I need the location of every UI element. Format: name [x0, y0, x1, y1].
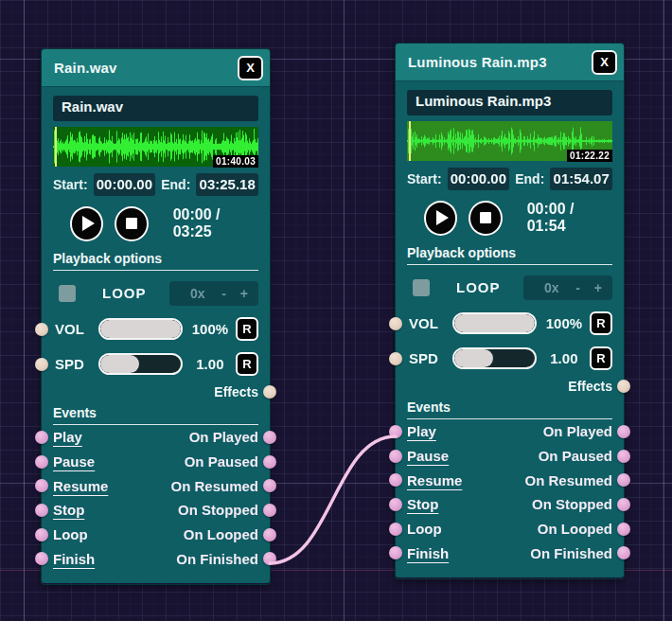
event-trigger-stop[interactable]: Stop — [407, 496, 438, 512]
time-display: 00:00 / 03:25 — [173, 206, 258, 240]
node-header[interactable]: Luminous Rain.mp3 X — [396, 44, 624, 81]
end-label: End: — [161, 177, 190, 192]
connection-wire-on-finished-to-play[interactable] — [270, 436, 396, 563]
events-heading: Events — [407, 399, 612, 415]
stop-button[interactable] — [469, 201, 502, 236]
event-output-port-on-finished[interactable] — [617, 546, 630, 559]
event-input-port-loop[interactable] — [35, 528, 48, 541]
event-output-port-on-looped[interactable] — [617, 523, 630, 536]
event-trigger-finish[interactable]: Finish — [407, 545, 449, 561]
loop-checkbox[interactable] — [59, 285, 76, 302]
event-output-port-on-played[interactable] — [617, 425, 630, 438]
close-button[interactable]: X — [592, 50, 617, 75]
event-output-label-on-played: On Played — [543, 423, 612, 439]
event-output-port-on-resumed[interactable] — [263, 479, 276, 492]
loop-checkbox[interactable] — [413, 279, 430, 296]
event-input-port-finish[interactable] — [389, 546, 402, 559]
event-input-port-play[interactable] — [35, 431, 48, 444]
close-button[interactable]: X — [238, 56, 263, 80]
event-trigger-finish[interactable]: Finish — [53, 551, 95, 567]
event-output-port-on-paused[interactable] — [617, 450, 630, 463]
speed-reset-button[interactable]: R — [236, 352, 258, 376]
event-output-label-on-stopped: On Stopped — [178, 502, 258, 518]
loop-increment-button[interactable]: + — [240, 286, 248, 301]
loop-decrement-button[interactable]: - — [575, 280, 580, 295]
stop-button[interactable] — [115, 206, 148, 241]
node-header[interactable]: Rain.wav X — [42, 49, 270, 87]
speed-input-port[interactable] — [35, 358, 48, 371]
speed-value: 1.00 — [540, 350, 588, 366]
event-input-port-loop[interactable] — [389, 523, 402, 536]
play-button[interactable] — [70, 206, 103, 241]
playhead-marker — [55, 127, 57, 167]
event-output-port-on-stopped[interactable] — [263, 504, 276, 517]
event-output-port-on-finished[interactable] — [263, 552, 276, 565]
waveform-position-badge: 01:40.03 — [213, 155, 258, 168]
event-output-port-on-stopped[interactable] — [617, 498, 630, 511]
audio-node-rain-wav: Rain.wav X Rain.wav 01:40.03 Start: 00:0… — [42, 49, 270, 584]
grid-major-line — [344, 0, 345, 621]
event-input-port-finish[interactable] — [35, 552, 48, 565]
event-output-label-on-paused: On Paused — [185, 453, 258, 470]
loop-counter: 0x - + — [169, 281, 258, 306]
start-time-field[interactable]: 00:00.00 — [448, 168, 510, 190]
volume-input-port[interactable] — [389, 317, 402, 330]
event-input-port-resume[interactable] — [389, 473, 402, 487]
event-output-label-on-paused: On Paused — [539, 448, 612, 464]
start-label: Start: — [407, 171, 442, 186]
end-time-field[interactable]: 03:25.18 — [196, 173, 258, 196]
speed-reset-button[interactable]: R — [590, 346, 612, 370]
event-input-port-stop[interactable] — [35, 504, 48, 517]
event-output-port-on-looped[interactable] — [263, 528, 276, 541]
event-output-label-on-finished: On Finished — [176, 551, 258, 567]
speed-slider-fill — [454, 349, 493, 367]
loop-increment-button[interactable]: + — [594, 280, 602, 295]
event-trigger-play[interactable]: Play — [53, 429, 82, 445]
stop-icon — [126, 218, 137, 229]
event-input-port-resume[interactable] — [35, 479, 48, 492]
volume-reset-button[interactable]: R — [236, 317, 258, 341]
event-output-port-on-paused[interactable] — [263, 455, 276, 469]
event-input-port-pause[interactable] — [35, 455, 48, 469]
event-trigger-resume[interactable]: Resume — [407, 472, 462, 488]
event-trigger-pause[interactable]: Pause — [53, 453, 95, 470]
volume-label: VOL — [409, 315, 443, 331]
node-editor-canvas[interactable]: Rain.wav X Rain.wav 01:40.03 Start: 00:0… — [0, 0, 672, 621]
event-input-port-pause[interactable] — [389, 450, 402, 463]
event-trigger-play[interactable]: Play — [407, 423, 436, 439]
grid-major-line — [24, 0, 25, 621]
end-label: End: — [515, 171, 544, 186]
event-input-port-stop[interactable] — [389, 498, 402, 511]
volume-input-port[interactable] — [35, 323, 48, 336]
event-output-port-on-played[interactable] — [263, 431, 276, 444]
filename-input[interactable]: Luminous Rain.mp3 — [407, 90, 612, 115]
speed-slider[interactable] — [98, 353, 182, 375]
event-input-port-play[interactable] — [389, 425, 402, 438]
waveform-position-badge: 01:22.22 — [567, 150, 612, 162]
speed-input-port[interactable] — [389, 352, 402, 365]
speed-slider[interactable] — [452, 347, 536, 369]
loop-label: LOOP — [456, 279, 501, 295]
volume-slider[interactable] — [98, 318, 182, 340]
end-time-field[interactable]: 01:54.07 — [550, 168, 612, 190]
filename-input[interactable]: Rain.wav — [53, 96, 258, 121]
event-output-label-on-played: On Played — [189, 429, 258, 445]
effects-output-port[interactable] — [617, 380, 630, 393]
effects-label: Effects — [568, 379, 612, 394]
play-button[interactable] — [424, 201, 457, 236]
event-trigger-stop[interactable]: Stop — [53, 502, 84, 518]
event-output-label-on-finished: On Finished — [530, 545, 612, 561]
event-trigger-loop[interactable]: Loop — [407, 521, 442, 537]
loop-count-value: 0x — [544, 280, 559, 295]
event-output-port-on-resumed[interactable] — [617, 473, 630, 487]
volume-reset-button[interactable]: R — [590, 311, 612, 335]
waveform-display[interactable]: 01:22.22 — [407, 121, 612, 161]
effects-output-port[interactable] — [263, 385, 276, 399]
volume-slider[interactable] — [452, 312, 536, 334]
start-time-field[interactable]: 00:00.00 — [94, 173, 156, 196]
event-trigger-resume[interactable]: Resume — [53, 478, 108, 494]
loop-decrement-button[interactable]: - — [221, 286, 226, 301]
event-trigger-pause[interactable]: Pause — [407, 448, 449, 464]
waveform-display[interactable]: 01:40.03 — [53, 127, 258, 167]
event-trigger-loop[interactable]: Loop — [53, 526, 88, 542]
